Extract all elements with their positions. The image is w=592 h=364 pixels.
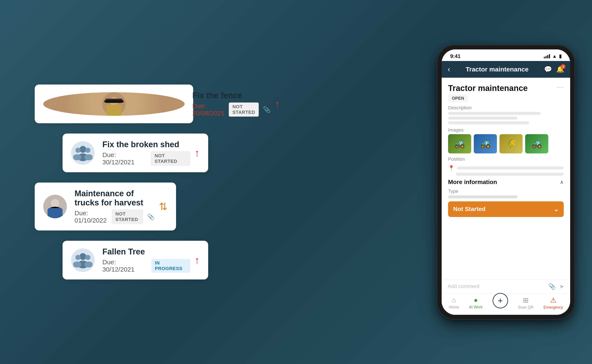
status-bar: 9:41 ▲ ▮: [442, 49, 570, 61]
battery-icon: ▮: [559, 53, 562, 59]
svg-point-12: [51, 199, 59, 208]
status-time: 9:41: [450, 53, 460, 59]
nav-at-work[interactable]: ● At Work: [469, 296, 483, 309]
avatar-person3: [43, 195, 67, 218]
card-2-due: Due: 30/12/2021: [102, 151, 147, 166]
task-card-4[interactable]: Fallen Tree Due: 30/12/2021 IN PROGRESS …: [63, 241, 208, 280]
svg-point-7: [75, 148, 80, 153]
chevron-up-icon[interactable]: ∧: [560, 179, 564, 185]
svg-point-9: [85, 148, 90, 153]
clip-icon-3: 📎: [147, 213, 155, 221]
card-3-title: Maintenance of trucks for harvest: [74, 189, 155, 207]
card-1-title: Fix the fence: [192, 91, 271, 100]
more-info-title: More information: [448, 179, 497, 186]
card-2-title: Fix the broken shed: [102, 140, 190, 149]
task-card-2[interactable]: Fix the broken shed Due: 30/12/2021 NOT …: [63, 134, 208, 172]
back-button[interactable]: ‹: [448, 65, 450, 74]
image-thumb-1[interactable]: 🚜: [448, 134, 471, 153]
card-3-due: Due: 01/10/2022: [74, 209, 107, 224]
phone-outer: 9:41 ▲ ▮ ‹ Tractor m: [437, 45, 574, 319]
card-4-info: Fallen Tree Due: 30/12/2021 IN PROGRESS: [102, 247, 190, 273]
nav-home-label: Home: [449, 305, 459, 309]
images-row: 🚜 🚜 🌾 🚜: [448, 134, 564, 153]
home-icon: ⌂: [452, 296, 456, 304]
card-2-meta: Due: 30/12/2021 NOT STARTED: [102, 151, 190, 166]
type-section: Type: [448, 188, 564, 198]
desc-line-2: [448, 117, 518, 120]
avatar-group1: [71, 141, 95, 165]
nav-emergency-label: Emergency: [544, 305, 563, 310]
card-3-arrow: ⇅: [159, 201, 167, 213]
svg-rect-2: [106, 105, 121, 116]
card-4-due: Due: 30/12/2021: [102, 259, 147, 273]
images-section: Images 🚜 🚜 🌾 🚜: [448, 127, 564, 153]
card-1-status: NOT STARTED: [229, 103, 259, 117]
image-thumb-3[interactable]: 🌾: [499, 134, 523, 153]
work-order-header: Tractor maintenance OPEN ···: [448, 84, 564, 102]
task-card-3[interactable]: Maintenance of trucks for harvest Due: 0…: [35, 182, 176, 230]
card-4-status: IN PROGRESS: [151, 259, 190, 273]
app-header: ‹ Tractor maintenance 💬 🔔 3: [442, 61, 570, 78]
nav-scan-qr[interactable]: ⊞ Scan QR: [518, 296, 533, 310]
position-row-2: [448, 173, 564, 176]
chat-icon[interactable]: 💬: [544, 65, 552, 73]
card-1-due: Due: 20/08/2021: [192, 102, 225, 117]
card-1-info: Fix the fence Due: 20/08/2021 NOT STARTE…: [192, 91, 271, 117]
cards-section: Fix the fence Due: 20/08/2021 NOT STARTE…: [18, 84, 403, 280]
avatar-person1: [43, 92, 185, 116]
pin-icon: 📍: [448, 165, 454, 171]
position-section: Position 📍: [448, 156, 564, 176]
clip-icon-1: 📎: [263, 106, 271, 113]
svg-point-14: [80, 253, 86, 260]
description-lines: [448, 112, 564, 124]
svg-point-5: [80, 146, 86, 153]
svg-rect-13: [47, 208, 63, 218]
comment-input[interactable]: Add comment: [448, 283, 545, 289]
nav-home[interactable]: ⌂ Home: [449, 296, 459, 309]
bottom-nav: ⌂ Home ● At Work + ⊞ Scan QR: [442, 293, 570, 315]
status-dropdown[interactable]: Not Started ⌄: [448, 201, 564, 217]
nav-add[interactable]: +: [493, 297, 508, 308]
images-label: Images: [448, 127, 564, 133]
nav-scan-label: Scan QR: [518, 305, 533, 310]
nav-at-work-label: At Work: [469, 305, 483, 309]
add-button[interactable]: +: [493, 293, 508, 308]
send-icon[interactable]: ➤: [559, 283, 564, 290]
desc-line-1: [448, 112, 541, 115]
chevron-down-icon: ⌄: [554, 206, 559, 213]
image-thumb-4[interactable]: 🚜: [525, 134, 548, 153]
card-3-status: NOT STARTED: [112, 210, 143, 224]
wifi-icon: ▲: [552, 53, 557, 59]
attach-icon[interactable]: 📎: [548, 283, 556, 290]
task-card-1[interactable]: Fix the fence Due: 20/08/2021 NOT STARTE…: [35, 84, 193, 123]
ellipsis-button[interactable]: ···: [557, 84, 564, 91]
nav-emergency[interactable]: ⚠ Emergency: [544, 296, 563, 310]
position-line-2: [456, 173, 564, 176]
card-2-info: Fix the broken shed Due: 30/12/2021 NOT …: [102, 140, 190, 166]
main-scene: Fix the fence Due: 20/08/2021 NOT STARTE…: [18, 45, 574, 319]
work-order-title: Tractor maintenance: [448, 84, 528, 93]
description-section: Description: [448, 105, 564, 124]
signal-icon: [544, 54, 550, 58]
svg-point-18: [85, 255, 90, 260]
position-label: Position: [448, 156, 564, 162]
phone-wrapper: 9:41 ▲ ▮ ‹ Tractor m: [437, 45, 574, 319]
status-icons: ▲ ▮: [544, 53, 562, 59]
more-info-header[interactable]: More information ∧: [448, 179, 564, 186]
notification-count: 3: [561, 64, 565, 69]
app-content: Tractor maintenance OPEN ··· Description: [442, 78, 570, 279]
header-icons: 💬 🔔 3: [544, 65, 564, 73]
position-row-1: 📍: [448, 165, 564, 171]
scan-qr-icon: ⊞: [523, 296, 529, 304]
notification-button[interactable]: 🔔 3: [556, 65, 564, 73]
at-work-icon: ●: [474, 296, 478, 304]
avatar-group2: [71, 248, 95, 272]
svg-point-16: [75, 255, 80, 260]
svg-rect-4: [104, 100, 124, 103]
card-2-arrow: ↑: [194, 147, 200, 159]
card-3-meta: Due: 01/10/2022 NOT STARTED 📎: [74, 209, 155, 224]
description-label: Description: [448, 105, 564, 111]
type-label: Type: [448, 188, 564, 194]
image-thumb-2[interactable]: 🚜: [474, 134, 497, 153]
comment-bar: Add comment 📎 ➤: [442, 279, 570, 293]
